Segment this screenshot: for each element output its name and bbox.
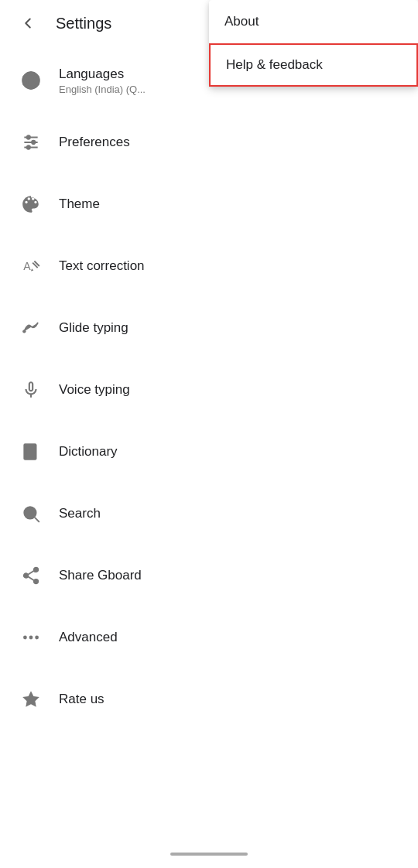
svg-line-22 bbox=[28, 576, 34, 580]
book-icon bbox=[12, 433, 50, 470]
preferences-label: Preferences bbox=[59, 135, 130, 150]
settings-item-advanced[interactable]: Advanced bbox=[0, 607, 418, 668]
search-icon bbox=[12, 495, 50, 532]
settings-item-rate-us[interactable]: Rate us bbox=[0, 668, 418, 730]
search-label: Search bbox=[59, 506, 101, 521]
settings-item-voice-typing[interactable]: Voice typing bbox=[0, 359, 418, 421]
svg-point-10 bbox=[22, 330, 26, 333]
svg-text:A: A bbox=[23, 260, 31, 272]
dropdown-menu: About Help & feedback bbox=[209, 0, 418, 87]
dropdown-item-about[interactable]: About bbox=[209, 0, 418, 43]
languages-label: Languages bbox=[59, 67, 146, 82]
svg-point-16 bbox=[24, 507, 36, 518]
svg-point-19 bbox=[24, 573, 28, 577]
share-gboard-label: Share Gboard bbox=[59, 568, 142, 583]
glide-typing-label: Glide typing bbox=[59, 320, 128, 336]
star-icon bbox=[12, 681, 50, 718]
svg-line-17 bbox=[35, 518, 39, 522]
page-title: Settings bbox=[56, 15, 111, 32]
svg-point-6 bbox=[27, 135, 30, 138]
settings-item-glide-typing[interactable]: Glide typing bbox=[0, 297, 418, 359]
svg-point-7 bbox=[32, 141, 35, 144]
svg-point-23 bbox=[23, 636, 27, 640]
settings-item-dictionary[interactable]: Dictionary bbox=[0, 421, 418, 483]
settings-item-text-correction[interactable]: A Text correction bbox=[0, 235, 418, 297]
svg-point-8 bbox=[27, 145, 30, 149]
settings-item-search[interactable]: Search bbox=[0, 483, 418, 545]
advanced-label: Advanced bbox=[59, 630, 118, 645]
svg-point-24 bbox=[29, 636, 33, 640]
bottom-bar bbox=[170, 853, 248, 856]
languages-sublabel: English (India) (Q... bbox=[59, 84, 146, 95]
palette-icon bbox=[12, 186, 50, 223]
settings-header: Settings About Help & feedback bbox=[0, 0, 418, 46]
settings-list: Languages English (India) (Q... Preferen… bbox=[0, 50, 418, 730]
svg-point-20 bbox=[34, 579, 38, 583]
microphone-icon bbox=[12, 371, 50, 408]
dictionary-label: Dictionary bbox=[59, 444, 118, 460]
dots-icon bbox=[12, 619, 50, 656]
svg-point-25 bbox=[35, 636, 39, 640]
globe-icon bbox=[12, 62, 50, 99]
glide-icon bbox=[12, 309, 50, 347]
rate-us-label: Rate us bbox=[59, 692, 104, 707]
sliders-icon bbox=[12, 124, 50, 161]
dropdown-item-help-feedback[interactable]: Help & feedback bbox=[209, 43, 418, 87]
svg-point-18 bbox=[34, 568, 38, 572]
text-correction-icon: A bbox=[12, 248, 50, 285]
voice-typing-label: Voice typing bbox=[59, 382, 130, 398]
share-icon bbox=[12, 557, 50, 594]
theme-label: Theme bbox=[59, 196, 100, 212]
svg-line-21 bbox=[28, 571, 34, 575]
settings-item-share-gboard[interactable]: Share Gboard bbox=[0, 545, 418, 607]
text-correction-label: Text correction bbox=[59, 258, 145, 274]
settings-item-preferences[interactable]: Preferences bbox=[0, 111, 418, 173]
settings-item-theme[interactable]: Theme bbox=[0, 173, 418, 235]
back-button[interactable] bbox=[12, 8, 43, 39]
